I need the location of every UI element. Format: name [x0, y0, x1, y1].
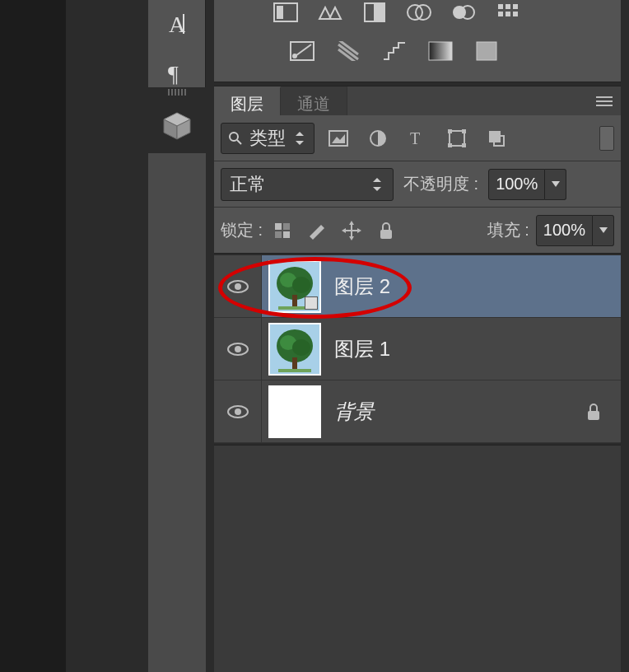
svg-point-71 — [235, 346, 241, 352]
svg-rect-68 — [292, 295, 297, 308]
cube-3d-icon[interactable] — [156, 103, 198, 148]
photo-filter-icon[interactable] — [494, 1, 522, 24]
chevron-updown-icon — [370, 177, 384, 192]
lock-icon — [586, 403, 604, 421]
hue-sat-icon[interactable] — [361, 1, 389, 24]
svg-rect-17 — [498, 12, 503, 16]
svg-rect-81 — [588, 411, 599, 420]
color-balance-icon[interactable] — [405, 1, 433, 24]
svg-rect-42 — [462, 129, 466, 133]
svg-marker-47 — [373, 178, 381, 182]
lock-move-icon[interactable] — [340, 219, 363, 242]
eye-icon — [227, 279, 249, 294]
svg-rect-69 — [278, 306, 311, 310]
blend-mode-select[interactable]: 正常 — [221, 168, 394, 201]
invert-icon[interactable] — [288, 40, 316, 63]
svg-rect-19 — [513, 12, 518, 16]
fill-label: 填充 : — [487, 219, 529, 241]
layer-name[interactable]: 背景 — [334, 399, 374, 425]
layer-name[interactable]: 图层 1 — [334, 336, 390, 362]
svg-rect-15 — [506, 4, 510, 9]
svg-rect-27 — [477, 42, 496, 60]
posterize-icon[interactable] — [334, 40, 362, 63]
svg-rect-80 — [270, 387, 319, 436]
svg-rect-18 — [506, 12, 510, 16]
selective-color-icon[interactable] — [473, 40, 501, 63]
svg-rect-14 — [498, 4, 503, 9]
svg-text:T: T — [410, 130, 420, 147]
svg-rect-51 — [283, 223, 290, 230]
left-toolbar: A ¶ — [148, 0, 206, 87]
svg-rect-53 — [283, 231, 290, 238]
filter-type-icon[interactable]: T — [405, 126, 430, 151]
type-tool[interactable]: A — [148, 0, 206, 49]
svg-marker-57 — [349, 236, 354, 240]
opacity-label: 不透明度 : — [403, 173, 478, 195]
layer-thumbnail[interactable] — [268, 260, 321, 313]
svg-rect-41 — [448, 129, 452, 133]
svg-rect-60 — [380, 230, 392, 239]
chevron-updown-icon — [292, 131, 307, 146]
fill-value[interactable]: 100% — [536, 215, 593, 246]
svg-rect-50 — [275, 223, 282, 230]
filter-shape-icon[interactable] — [445, 126, 469, 151]
visibility-toggle[interactable] — [214, 318, 262, 380]
svg-text:¶: ¶ — [168, 62, 179, 86]
opacity-stepper[interactable] — [545, 169, 566, 200]
layer-row[interactable]: 图层 1 — [214, 318, 621, 380]
lock-pixels-icon[interactable] — [271, 219, 294, 242]
lock-row: 锁定 : 填充 : 100% — [214, 208, 621, 254]
svg-point-32 — [230, 133, 238, 141]
blend-mode-value: 正常 — [230, 172, 266, 197]
threshold-icon[interactable] — [380, 40, 408, 63]
svg-marker-49 — [552, 181, 560, 187]
lock-label: 锁定 : — [221, 219, 263, 241]
layers-list: 图层 2 图层 1 背景 — [214, 255, 621, 443]
panel-menu-icon[interactable] — [588, 86, 621, 115]
gradient-map-icon[interactable] — [426, 40, 454, 63]
svg-rect-7 — [277, 6, 283, 19]
opacity-value[interactable]: 100% — [488, 169, 545, 200]
lock-brush-icon[interactable] — [305, 219, 328, 242]
layer-row[interactable]: 背景 — [214, 380, 621, 443]
blend-row: 正常 不透明度 : 100% — [214, 161, 621, 208]
filter-smart-icon[interactable] — [484, 126, 509, 151]
svg-rect-26 — [429, 42, 452, 60]
layer-row[interactable]: 图层 2 — [214, 255, 621, 318]
bw-icon[interactable] — [450, 1, 478, 24]
lock-all-icon[interactable] — [375, 219, 398, 242]
filter-adjust-icon[interactable] — [366, 126, 390, 151]
search-icon — [228, 131, 243, 146]
svg-point-67 — [292, 277, 310, 293]
panel-tabs: 图层 通道 — [214, 86, 621, 115]
svg-line-33 — [237, 140, 241, 144]
grip-handle[interactable] — [152, 89, 202, 97]
filter-toggle[interactable] — [599, 126, 614, 151]
tab-channels[interactable]: 通道 — [281, 86, 347, 115]
svg-point-79 — [235, 408, 241, 415]
layer-thumbnail[interactable] — [268, 323, 321, 376]
svg-rect-44 — [462, 143, 466, 147]
tab-layers[interactable]: 图层 — [214, 86, 281, 115]
adjustments-panel — [214, 0, 621, 82]
svg-point-22 — [292, 54, 297, 58]
fill-stepper[interactable] — [593, 215, 614, 246]
svg-rect-16 — [513, 4, 518, 9]
eye-icon — [227, 404, 249, 419]
vibrance-icon[interactable] — [316, 1, 344, 24]
svg-point-63 — [235, 283, 241, 290]
svg-marker-61 — [599, 227, 608, 233]
visibility-toggle[interactable] — [214, 255, 262, 317]
svg-rect-43 — [448, 143, 452, 147]
layer-thumbnail[interactable] — [268, 385, 321, 438]
svg-marker-59 — [357, 228, 361, 233]
exposure-icon[interactable] — [272, 1, 300, 24]
svg-marker-35 — [296, 141, 304, 145]
visibility-toggle[interactable] — [214, 380, 262, 442]
layer-name[interactable]: 图层 2 — [334, 273, 390, 300]
canvas-area — [0, 0, 66, 672]
filter-pixel-icon[interactable] — [326, 126, 351, 151]
filter-type-select[interactable]: 类型 — [221, 123, 314, 154]
svg-marker-34 — [296, 132, 304, 136]
svg-rect-52 — [275, 231, 282, 238]
